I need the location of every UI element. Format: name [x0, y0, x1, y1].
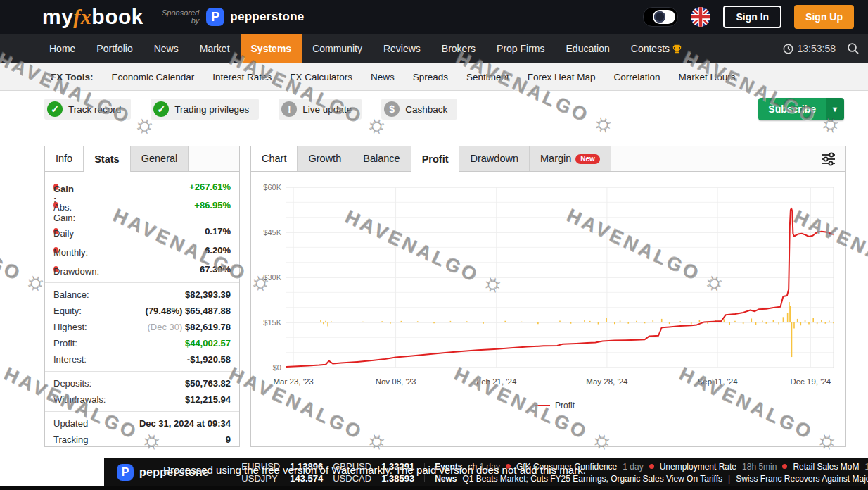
- stat-row-daily: Daily0.17%: [45, 222, 239, 241]
- badge-cashback[interactable]: $ Cashback: [381, 99, 457, 120]
- uk-flag-icon[interactable]: [691, 7, 710, 27]
- sign-in-button[interactable]: Sign In: [723, 6, 781, 28]
- svg-text:Sep 11, '24: Sep 11, '24: [698, 377, 739, 386]
- subnav-market-hours[interactable]: Market Hours: [679, 72, 736, 82]
- tab-stats[interactable]: Stats: [84, 146, 130, 172]
- stat-row-interest: Interest:-$1,920.58: [45, 351, 239, 367]
- stat-row-highest: Highest:(Dec 30) $82,619.78: [45, 319, 239, 335]
- nav-item-portfolio[interactable]: Portfolio: [86, 34, 143, 63]
- nav-item-news[interactable]: News: [143, 34, 189, 63]
- nav-item-prop-firms[interactable]: Prop Firms: [486, 34, 555, 63]
- nav-item-community[interactable]: Community: [302, 34, 373, 63]
- chevron-down-icon: ▼: [826, 98, 844, 120]
- quote-value: 1.13896: [290, 461, 323, 472]
- subnav-fx-calculators[interactable]: FX Calculators: [290, 72, 352, 82]
- stat-row-monthly: Monthly:6.20%: [45, 241, 239, 260]
- fx-tools-label: FX Tools:: [51, 72, 94, 82]
- clock-icon: [783, 44, 793, 54]
- event-item[interactable]: Unemployment Rate: [660, 462, 736, 472]
- quote-symbol: EURUSD: [241, 461, 280, 472]
- nav-item-brokers[interactable]: Brokers: [431, 34, 486, 63]
- badge-live-update[interactable]: ! Live update: [279, 99, 362, 120]
- chart-filter-icon[interactable]: [820, 151, 837, 168]
- tab-balance[interactable]: Balance: [352, 146, 411, 171]
- svg-text:$30K: $30K: [263, 273, 281, 282]
- stat-row-drawdown: Drawdown:67.30%: [45, 260, 239, 279]
- svg-text:May 28, '24: May 28, '24: [586, 377, 628, 386]
- tab-info[interactable]: Info: [45, 146, 84, 171]
- nav-item-reviews[interactable]: Reviews: [373, 34, 431, 63]
- event-item-partial[interactable]: ch 1 day: [468, 462, 500, 472]
- badge-trading-privileges[interactable]: ✓ Trading privileges: [151, 99, 259, 120]
- new-badge: New: [575, 154, 600, 164]
- stat-row-gain: Gain :+267.61%: [45, 177, 239, 196]
- svg-text:Mar 23, '23: Mar 23, '23: [274, 377, 314, 386]
- exclamation-icon: !: [281, 101, 297, 117]
- subnav-forex-heat-map[interactable]: Forex Heat Map: [528, 72, 596, 82]
- subscribe-button[interactable]: Subscribe ▼: [758, 98, 844, 120]
- subnav-interest-rates[interactable]: Interest Rates: [212, 72, 272, 82]
- myfxbook-logo[interactable]: myfxbook: [42, 5, 143, 29]
- quote-value: 143.574: [290, 473, 323, 484]
- footer-divider: [424, 463, 425, 482]
- tab-margin[interactable]: Margin New: [530, 146, 611, 171]
- sign-up-button[interactable]: Sign Up: [794, 5, 854, 29]
- dollar-icon: $: [384, 101, 400, 117]
- tab-profit[interactable]: Profit: [411, 146, 460, 172]
- tab-general[interactable]: General: [131, 146, 189, 171]
- nav-item-education[interactable]: Education: [556, 34, 620, 63]
- stat-row-profit: Profit:$44,002.57: [45, 335, 239, 351]
- pepperstone-sponsor-link[interactable]: P pepperstone: [206, 8, 304, 26]
- legend-profit-label: Profit: [555, 401, 575, 410]
- quote-symbol: GBPUSD: [333, 461, 371, 472]
- news-item[interactable]: Swiss Franc Recovers Against Majors: [736, 474, 868, 484]
- event-item[interactable]: GfK Consumer Confidence: [516, 462, 617, 472]
- profit-chart[interactable]: $60K$45K$30K$15K$0Mar 23, '23Nov 08, '23…: [251, 172, 843, 445]
- subnav-sentiment[interactable]: Sentiment: [466, 72, 509, 82]
- sun-icon: ☼: [589, 106, 620, 140]
- event-item[interactable]: Retail Sales MoM: [793, 462, 859, 472]
- stat-row-deposits: Deposits:$50,763.82: [45, 375, 239, 391]
- page: myfxbook Sponsored by P pepperstone: [0, 0, 868, 490]
- bottom-strip: [0, 486, 868, 490]
- verification-badges: ✓ Track record ✓ Trading privileges ! Li…: [44, 99, 457, 120]
- tab-growth[interactable]: Growth: [298, 146, 352, 171]
- svg-text:Nov 08, '23: Nov 08, '23: [376, 377, 416, 386]
- news-item[interactable]: Q1 Beats Market; Cuts FY25 Earnings, Org…: [463, 474, 723, 484]
- search-icon[interactable]: [847, 42, 860, 55]
- tab-drawdown[interactable]: Drawdown: [459, 146, 530, 171]
- svg-text:$0: $0: [273, 363, 281, 372]
- quote-board: EURUSD 1.13896 GBPUSD 1.33291 USDJPY 143…: [241, 461, 414, 484]
- nav-item-systems[interactable]: Systems: [241, 34, 302, 63]
- news-row: News Q1 Beats Market; Cuts FY25 Earnings…: [435, 474, 868, 484]
- subnav-economic-calendar[interactable]: Economic Calendar: [112, 72, 195, 82]
- badge-track-record[interactable]: ✓ Track record: [44, 99, 131, 120]
- top-header: myfxbook Sponsored by P pepperstone: [0, 0, 868, 34]
- check-icon: ✓: [47, 101, 63, 117]
- tab-chart[interactable]: Chart: [251, 146, 298, 171]
- svg-text:$45K: $45K: [263, 228, 281, 237]
- quote-symbol: USDCAD: [333, 473, 371, 484]
- subnav-correlation[interactable]: Correlation: [614, 72, 660, 82]
- nav-item-market[interactable]: Market: [189, 34, 241, 63]
- fx-tools-subnav: FX Tools: Economic Calendar Interest Rat…: [0, 63, 868, 91]
- chart-card: Chart Growth Balance Profit Drawdown Mar…: [250, 146, 846, 447]
- subnav-spreads[interactable]: Spreads: [413, 72, 448, 82]
- stat-row-withdrawals: Withdrawals:$12,215.94: [45, 391, 239, 408]
- footer-ticker: P pepperstone EURUSD 1.13896 GBPUSD 1.33…: [104, 458, 868, 487]
- server-clock: 13:53:58: [783, 43, 836, 54]
- footer-pepperstone-link[interactable]: P pepperstone: [117, 464, 209, 481]
- stat-row-updated: UpdatedDec 31, 2024 at 09:34: [45, 415, 239, 432]
- event-impact-dot: [506, 464, 511, 469]
- nav-item-home[interactable]: Home: [39, 34, 86, 63]
- subnav-news[interactable]: News: [371, 72, 395, 82]
- dark-mode-toggle[interactable]: [643, 7, 678, 27]
- events-row: Events ch 1 day GfK Consumer Confidence1…: [435, 462, 868, 472]
- quote-symbol: USDJPY: [241, 473, 280, 484]
- pepperstone-logo-icon: P: [117, 464, 134, 481]
- nav-item-contests[interactable]: Contests: [620, 34, 692, 63]
- svg-text:Dec 19, '24: Dec 19, '24: [790, 377, 831, 386]
- quote-value: 1.38593: [381, 473, 414, 484]
- quote-value: 1.33291: [381, 461, 414, 472]
- gear-icon: [654, 11, 665, 23]
